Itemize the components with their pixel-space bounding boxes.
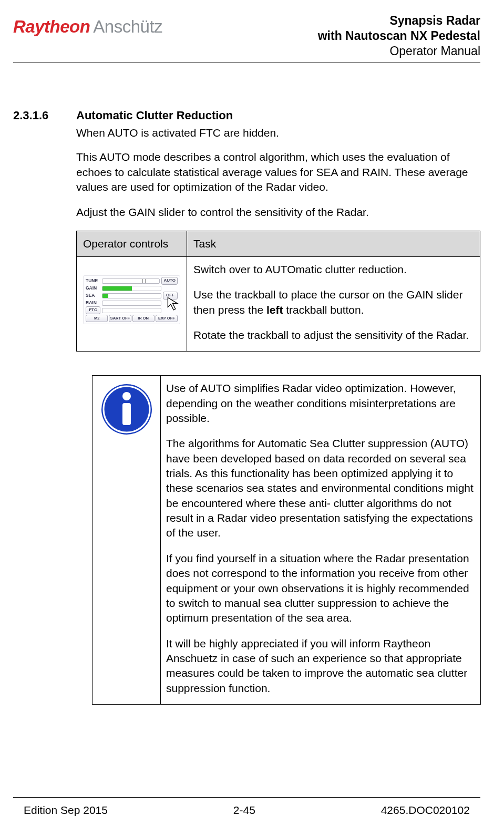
svg-rect-3 [122,403,131,425]
auto-button[interactable]: AUTO [161,277,178,285]
panel-label-sea: SEA [86,293,100,298]
exp-off-button[interactable]: EXP OFF [156,315,178,322]
rain-slider[interactable] [102,301,161,306]
logo: Raytheon Anschütz [13,13,162,39]
doc-title: Synapsis Radar with Nautoscan NX Pedesta… [318,13,480,58]
note-text-cell: Use of AUTO simplifies Radar video optim… [161,376,481,705]
ftc-slider[interactable] [102,308,161,313]
doc-title-line3: Operator Manual [318,44,480,59]
note-p2: The algorithms for Automatic Sea Clutter… [166,436,475,540]
footer-edition: Edition Sep 2015 [24,803,108,818]
mandatory-action-icon [100,383,153,436]
panel-label-tune: TUNE [86,278,100,284]
panel-label-gain: GAIN [86,285,100,291]
footer-pagenum: 2-45 [233,803,255,818]
header-rule [13,63,480,63]
section-p3: Adjust the GAIN slider to control the se… [76,205,480,220]
footer-rule [13,797,480,798]
section-p2: This AUTO mode describes a control algor… [76,150,480,194]
doc-title-line2: with Nautoscan NX Pedestal [318,28,480,44]
note-table: Use of AUTO simplifies Radar video optim… [92,375,481,705]
section-number: 2.3.1.6 [13,108,76,123]
task-p2: Use the trackball to place the cursor on… [193,287,474,317]
logo-raytheon: Raytheon [13,15,90,39]
operator-controls-table: Operator controls Task TUNE AUTO GAIN [76,231,480,352]
note-p1: Use of AUTO simplifies Radar video optim… [166,381,475,426]
svg-point-2 [122,392,131,400]
ir-on-button[interactable]: IR ON [132,315,155,322]
note-icon-cell [92,376,161,705]
task-p3: Rotate the trackball to adjust the sensi… [193,328,474,343]
td-controls-image: TUNE AUTO GAIN X SEA [77,257,187,352]
sart-off-button[interactable]: SART OFF [109,315,131,322]
page-footer: Edition Sep 2015 2-45 4265.DOC020102 [13,794,480,818]
panel-label-rain: RAIN [86,300,100,306]
gain-slider[interactable] [102,286,161,291]
cursor-arrow-icon [165,295,184,314]
task-p1: Switch over to AUTOmatic clutter reducti… [193,262,474,277]
td-task: Switch over to AUTOmatic clutter reducti… [187,257,480,352]
ftc-button[interactable]: FTC [86,306,100,314]
page-header: Raytheon Anschütz Synapsis Radar with Na… [13,13,480,58]
m2-button[interactable]: M2 [86,315,108,322]
th-operator-controls: Operator controls [77,231,187,256]
note-p4: It will be highly appreciated if you wil… [166,636,475,696]
th-task: Task [187,231,480,256]
sea-slider[interactable] [102,293,161,298]
section-p1: When AUTO is activated FTC are hidden. [76,126,480,140]
radar-control-panel: TUNE AUTO GAIN X SEA [83,275,180,324]
logo-anschutz: Anschütz [93,15,162,39]
footer-docnum: 4265.DOC020102 [381,803,470,818]
doc-title-line1: Synapsis Radar [318,13,480,28]
note-p3: If you find yourself in a situation wher… [166,551,475,626]
section-title: Automatic Clutter Reduction [76,108,233,123]
tune-slider[interactable] [102,278,160,284]
